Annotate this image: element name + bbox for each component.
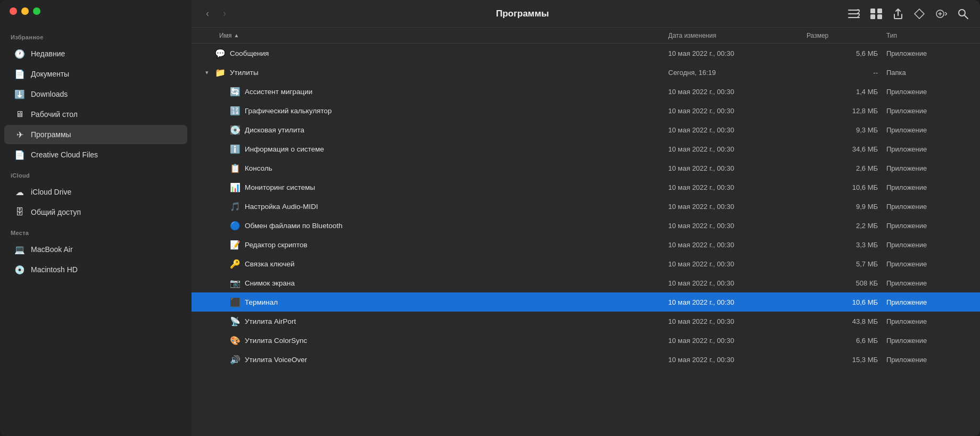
file-row[interactable]: 🔊 Утилита VoiceOver 10 мая 2022 г., 00:3…: [192, 350, 980, 369]
list-view-button[interactable]: [845, 7, 863, 21]
toolbar: ‹ › Программы: [192, 0, 980, 28]
file-type: Приложение: [886, 183, 971, 191]
file-size: 5,6 МБ: [807, 49, 886, 57]
tag-button[interactable]: [911, 6, 928, 21]
file-row[interactable]: 💽 Дисковая утилита 10 мая 2022 г., 00:30…: [192, 120, 980, 139]
file-size: 10,6 МБ: [807, 298, 886, 306]
col-header-name[interactable]: Имя ▲: [200, 32, 668, 39]
file-date: 10 мая 2022 г., 00:30: [668, 126, 807, 134]
main-content: ‹ › Программы: [192, 0, 980, 436]
file-size: 2,6 МБ: [807, 164, 886, 172]
file-type: Приложение: [886, 49, 971, 57]
sidebar-item-recents[interactable]: 🕐 Недавние: [4, 44, 187, 63]
desktop-icon: 🖥: [14, 108, 26, 120]
file-icon: 💬: [215, 48, 226, 58]
file-icon: 📝: [230, 239, 240, 250]
share-button[interactable]: [890, 6, 907, 22]
minimize-button[interactable]: [21, 7, 29, 15]
file-icon: 🔢: [230, 105, 240, 116]
file-icon: 🔑: [230, 258, 240, 269]
file-row[interactable]: 🔢 Графический калькулятор 10 мая 2022 г.…: [192, 101, 980, 120]
traffic-lights: [10, 7, 40, 15]
col-header-date[interactable]: Дата изменения: [668, 32, 807, 39]
file-date: 10 мая 2022 г., 00:30: [668, 317, 807, 325]
sidebar-item-macbook-air[interactable]: 💻 MacBook Air: [4, 240, 187, 259]
search-button[interactable]: [954, 6, 971, 21]
sidebar-item-programs[interactable]: ✈ Программы: [4, 125, 187, 144]
file-name-cell: 📡 Утилита AirPort: [200, 316, 668, 326]
file-type: Приложение: [886, 279, 971, 287]
expand-arrow[interactable]: ▾: [203, 69, 211, 76]
file-name-cell: 🎨 Утилита ColorSync: [200, 335, 668, 346]
file-name-cell: 🔄 Ассистент миграции: [200, 86, 668, 97]
more-button[interactable]: [932, 6, 950, 21]
file-type: Приложение: [886, 317, 971, 325]
icloud-section-label: iCloud: [0, 165, 192, 182]
file-icon: 📷: [230, 278, 240, 288]
file-name-cell: 📷 Снимок экрана: [200, 278, 668, 288]
grid-view-button[interactable]: [867, 6, 885, 21]
file-row[interactable]: 📋 Консоль 10 мая 2022 г., 00:30 2,6 МБ П…: [192, 158, 980, 178]
file-size: 5,7 МБ: [807, 260, 886, 268]
sidebar-item-creative-cloud[interactable]: 📄 Creative Cloud Files: [4, 145, 187, 164]
file-icon: 📁: [215, 67, 226, 78]
file-name-cell: 📝 Редактор скриптов: [200, 239, 668, 250]
sidebar-item-label: Macintosh HD: [31, 265, 78, 274]
file-icon: ℹ️: [230, 144, 240, 154]
file-name: Утилита ColorSync: [245, 337, 307, 345]
file-name: Терминал: [245, 298, 278, 306]
svg-rect-5: [870, 14, 875, 19]
file-icon: 🔄: [230, 86, 240, 97]
file-size: 508 КБ: [807, 279, 886, 287]
sidebar-item-macintosh-hd[interactable]: 💿 Macintosh HD: [4, 260, 187, 279]
file-row[interactable]: 🎵 Настройка Audio-MIDI 10 мая 2022 г., 0…: [192, 197, 980, 216]
file-type: Приложение: [886, 164, 971, 172]
sidebar-item-label: Общий доступ: [31, 208, 81, 216]
hd-icon: 💿: [14, 264, 26, 275]
favorites-section-label: Избранное: [0, 27, 192, 44]
file-name: Обмен файлами по Bluetooth: [245, 222, 343, 230]
file-type: Приложение: [886, 88, 971, 96]
file-date: 10 мая 2022 г., 00:30: [668, 145, 807, 153]
sidebar-item-downloads[interactable]: ⬇️ Downloads: [4, 85, 187, 104]
file-row[interactable]: 🎨 Утилита ColorSync 10 мая 2022 г., 00:3…: [192, 331, 980, 350]
file-name: Графический калькулятор: [245, 107, 332, 115]
file-row[interactable]: 💬 Сообщения 10 мая 2022 г., 00:30 5,6 МБ…: [192, 44, 980, 63]
file-row[interactable]: 📡 Утилита AirPort 10 мая 2022 г., 00:30 …: [192, 312, 980, 331]
file-row[interactable]: 📝 Редактор скриптов 10 мая 2022 г., 00:3…: [192, 235, 980, 254]
file-icon: 🎵: [230, 201, 240, 212]
file-size: 43,8 МБ: [807, 317, 886, 325]
file-row[interactable]: ▾ 📁 Утилиты Сегодня, 16:19 -- Папка: [192, 63, 980, 82]
sidebar-item-label: Программы: [31, 130, 71, 139]
file-icon: 📋: [230, 163, 240, 173]
file-size: 6,6 МБ: [807, 337, 886, 345]
sidebar-item-icloud-drive[interactable]: ☁ iCloud Drive: [4, 182, 187, 202]
file-type: Приложение: [886, 337, 971, 345]
file-row[interactable]: 📷 Снимок экрана 10 мая 2022 г., 00:30 50…: [192, 273, 980, 292]
col-header-type[interactable]: Тип: [886, 32, 971, 39]
file-row[interactable]: 📊 Мониторинг системы 10 мая 2022 г., 00:…: [192, 178, 980, 197]
sidebar-item-label: Creative Cloud Files: [31, 150, 98, 159]
file-row[interactable]: ℹ️ Информация о системе 10 мая 2022 г., …: [192, 139, 980, 158]
file-size: 10,6 МБ: [807, 183, 886, 191]
file-row[interactable]: 🔑 Связка ключей 10 мая 2022 г., 00:30 5,…: [192, 254, 980, 273]
maximize-button[interactable]: [33, 7, 40, 15]
file-row[interactable]: 🔄 Ассистент миграции 10 мая 2022 г., 00:…: [192, 82, 980, 101]
file-date: 10 мая 2022 г., 00:30: [668, 183, 807, 191]
file-row[interactable]: 🔵 Обмен файлами по Bluetooth 10 мая 2022…: [192, 216, 980, 235]
file-date: 10 мая 2022 г., 00:30: [668, 260, 807, 268]
toolbar-title: Программы: [206, 9, 838, 19]
file-type: Приложение: [886, 107, 971, 115]
file-name-cell: 🔑 Связка ключей: [200, 258, 668, 269]
close-button[interactable]: [10, 7, 17, 15]
creative-cloud-icon: 📄: [14, 149, 26, 161]
file-size: 9,3 МБ: [807, 126, 886, 134]
sidebar-item-documents[interactable]: 📄 Документы: [4, 64, 187, 83]
file-size: 2,2 МБ: [807, 222, 886, 230]
file-date: 10 мая 2022 г., 00:30: [668, 337, 807, 345]
sidebar-item-desktop[interactable]: 🖥 Рабочий стол: [4, 105, 187, 124]
col-header-size[interactable]: Размер: [807, 32, 886, 39]
file-row[interactable]: ⬛ Терминал 10 мая 2022 г., 00:30 10,6 МБ…: [192, 292, 980, 312]
sidebar-item-label: MacBook Air: [31, 245, 73, 254]
sidebar-item-shared[interactable]: 🗄 Общий доступ: [4, 203, 187, 222]
